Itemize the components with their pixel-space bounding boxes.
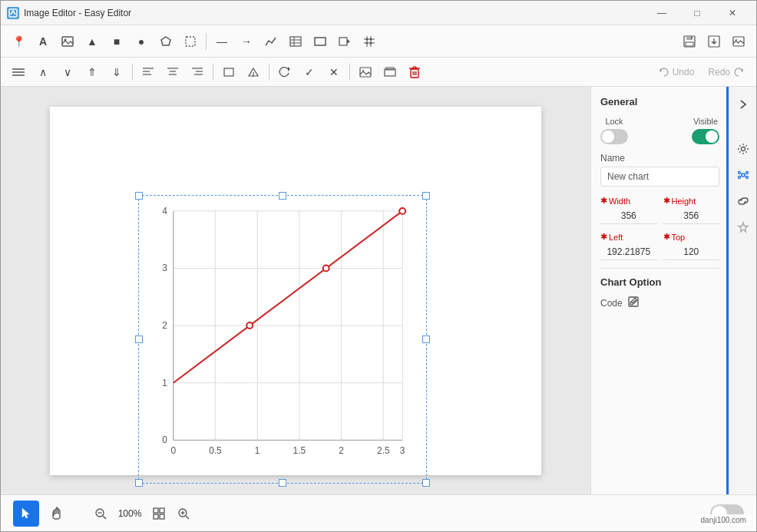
handle-br[interactable] xyxy=(422,479,430,487)
canvas-area[interactable]: 0 1 2 3 4 0 0.5 1 1.5 2 2.5 3 xyxy=(1,87,590,494)
size-group: ✱ Width ✱ Height xyxy=(600,196,719,224)
import-btn[interactable] xyxy=(727,30,750,53)
handle-mr[interactable] xyxy=(422,335,430,343)
settings-icon-1[interactable] xyxy=(732,137,755,160)
width-label: ✱ Width xyxy=(600,196,657,206)
svg-marker-42 xyxy=(288,67,290,71)
line-tool[interactable]: — xyxy=(210,30,233,53)
video-tool[interactable] xyxy=(333,30,356,53)
window-controls[interactable]: — □ ✕ xyxy=(644,1,750,25)
toolbar-1: 📍 A ▲ ■ ● — → xyxy=(1,25,756,58)
down-btn[interactable]: ∨ xyxy=(56,61,79,84)
polygon-tool[interactable] xyxy=(154,30,177,53)
text-tool[interactable]: A xyxy=(31,30,55,53)
toolbar-2: ∧ ∨ ⇑ ⇓ ✓ ✕ Undo Redo xyxy=(1,58,756,87)
name-input[interactable] xyxy=(600,167,719,187)
circle-tool[interactable]: ● xyxy=(130,30,153,53)
lock-toggle-wrap: Lock xyxy=(600,117,628,144)
cut-btn[interactable] xyxy=(242,61,265,84)
stack-btn[interactable] xyxy=(378,61,402,84)
svg-text:1.5: 1.5 xyxy=(293,445,306,456)
height-input[interactable] xyxy=(663,208,720,224)
close-button[interactable]: ✕ xyxy=(715,1,750,25)
name-label-row: Name xyxy=(600,152,719,164)
visible-toggle[interactable] xyxy=(692,129,719,144)
star-icon[interactable] xyxy=(732,216,755,239)
bottom-bar: 100% xyxy=(1,494,756,531)
svg-rect-23 xyxy=(686,42,693,46)
left-input[interactable] xyxy=(600,244,657,260)
side-icon-bar xyxy=(729,87,756,494)
img-btn2[interactable] xyxy=(354,61,377,84)
rotate-btn[interactable] xyxy=(273,61,296,84)
export-btn[interactable] xyxy=(702,30,726,53)
svg-text:2: 2 xyxy=(162,320,167,331)
main-area: 0 1 2 3 4 0 0.5 1 1.5 2 2.5 3 xyxy=(1,87,756,494)
save-btn[interactable] xyxy=(678,30,701,53)
top-btn[interactable]: ⇑ xyxy=(81,61,104,84)
svg-rect-9 xyxy=(315,38,326,45)
svg-point-82 xyxy=(399,207,405,213)
arrow-tool[interactable]: → xyxy=(235,30,258,53)
width-input[interactable] xyxy=(600,208,657,224)
watermark: danji100.com xyxy=(696,514,751,526)
handle-bc[interactable] xyxy=(279,479,286,487)
align-center-btn[interactable] xyxy=(161,61,184,84)
select-tool-btn[interactable] xyxy=(13,501,39,527)
lock-toggle[interactable] xyxy=(600,129,628,144)
align-left-btn[interactable] xyxy=(137,61,160,84)
rect2-tool[interactable] xyxy=(309,30,332,53)
zoom-in-btn[interactable] xyxy=(173,503,194,524)
zoom-out-btn[interactable] xyxy=(90,503,111,524)
grid-tool[interactable] xyxy=(358,30,381,53)
chevron-right-icon[interactable] xyxy=(732,93,755,116)
settings-icon-2[interactable] xyxy=(732,164,755,187)
triangle-tool[interactable]: ▲ xyxy=(81,30,104,53)
layers-btn[interactable] xyxy=(7,61,30,84)
handle-tr[interactable] xyxy=(422,192,430,200)
undo-button[interactable]: Undo xyxy=(653,64,701,81)
maximize-button[interactable]: □ xyxy=(679,1,715,25)
cancel-btn[interactable]: ✕ xyxy=(322,61,345,84)
table-tool[interactable] xyxy=(284,30,307,53)
svg-point-19 xyxy=(370,41,372,44)
image-tool[interactable] xyxy=(56,30,79,53)
handle-ml[interactable] xyxy=(135,335,143,343)
visible-label: Visible xyxy=(693,117,718,126)
chart-tool[interactable] xyxy=(259,30,283,53)
title-bar: Image Editor - Easy Editor — □ ✕ xyxy=(1,1,756,25)
name-label: Name xyxy=(600,153,625,164)
visible-toggle-wrap: Visible xyxy=(692,117,719,144)
top-input[interactable] xyxy=(663,244,720,260)
minimize-button[interactable]: — xyxy=(644,1,679,25)
delete-btn[interactable] xyxy=(403,61,426,84)
redo-button[interactable]: Redo xyxy=(702,64,750,81)
align-right-btn[interactable] xyxy=(186,61,209,84)
hand-tool-btn[interactable] xyxy=(45,501,71,527)
svg-marker-94 xyxy=(739,223,748,232)
right-section: General Lock Visible Name xyxy=(590,87,756,494)
crop-btn[interactable] xyxy=(217,61,240,84)
rect-tool[interactable]: ■ xyxy=(105,30,128,53)
zoom-fit-btn[interactable] xyxy=(148,503,170,524)
position-group: ✱ Left ✱ Top xyxy=(600,232,719,260)
lock-visible-row: Lock Visible xyxy=(600,117,719,144)
svg-rect-98 xyxy=(154,508,158,513)
handle-tl[interactable] xyxy=(135,192,143,200)
svg-text:0: 0 xyxy=(170,445,176,456)
chart-option-title: Chart Option xyxy=(600,276,719,288)
check-btn[interactable]: ✓ xyxy=(298,61,321,84)
handle-bl[interactable] xyxy=(135,479,143,487)
svg-point-18 xyxy=(366,41,369,44)
svg-point-89 xyxy=(745,177,748,179)
handle-tc[interactable] xyxy=(279,192,286,200)
link-icon[interactable] xyxy=(732,190,755,213)
chart-selection[interactable]: 0 1 2 3 4 0 0.5 1 1.5 2 2.5 3 xyxy=(138,195,427,484)
bottom-btn[interactable]: ⇓ xyxy=(105,61,128,84)
edit-code-icon[interactable] xyxy=(627,296,640,310)
svg-rect-5 xyxy=(290,37,301,46)
divider xyxy=(600,268,719,269)
up-btn[interactable]: ∧ xyxy=(31,61,55,84)
pin-tool[interactable]: 📍 xyxy=(7,30,30,53)
crop-tool[interactable] xyxy=(179,30,202,53)
